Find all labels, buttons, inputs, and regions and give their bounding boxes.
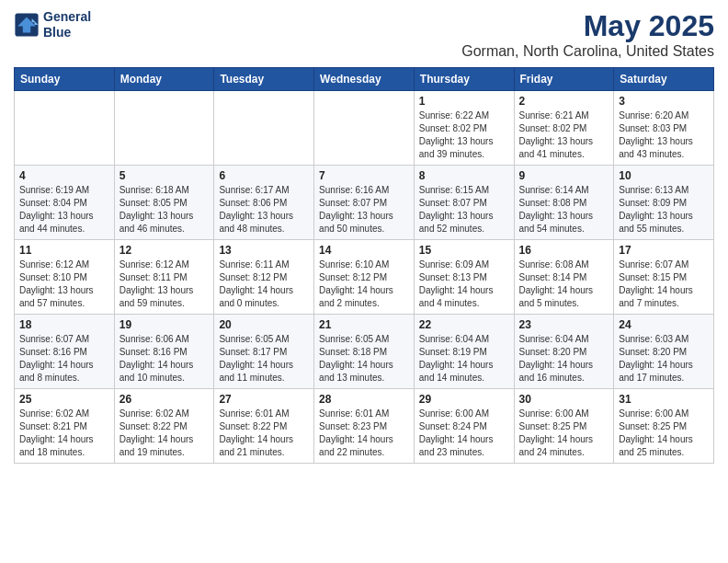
day-info: Sunrise: 6:11 AM Sunset: 8:12 PM Dayligh… [219,259,309,310]
day-info: Sunrise: 6:21 AM Sunset: 8:02 PM Dayligh… [519,109,609,161]
day-number: 17 [619,244,709,257]
day-info: Sunrise: 6:12 AM Sunset: 8:10 PM Dayligh… [19,259,109,310]
day-number: 22 [419,318,509,331]
day-number: 1 [419,95,509,108]
calendar-cell: 19Sunrise: 6:06 AM Sunset: 8:16 PM Dayli… [114,315,214,389]
title-area: May 2025 Gorman, North Carolina, United … [461,9,714,60]
calendar-cell: 15Sunrise: 6:09 AM Sunset: 8:13 PM Dayli… [414,240,514,315]
calendar-cell: 21Sunrise: 6:05 AM Sunset: 8:18 PM Dayli… [314,315,415,389]
calendar-cell: 29Sunrise: 6:00 AM Sunset: 8:24 PM Dayli… [414,389,514,464]
page-header: General Blue May 2025 Gorman, North Caro… [14,9,714,60]
day-info: Sunrise: 6:15 AM Sunset: 8:07 PM Dayligh… [419,184,509,236]
calendar-cell: 14Sunrise: 6:10 AM Sunset: 8:12 PM Dayli… [314,240,415,315]
day-info: Sunrise: 6:07 AM Sunset: 8:16 PM Dayligh… [19,333,109,385]
calendar-cell: 1Sunrise: 6:22 AM Sunset: 8:02 PM Daylig… [414,91,514,166]
weekday-header-thursday: Thursday [414,68,514,91]
day-info: Sunrise: 6:12 AM Sunset: 8:11 PM Dayligh… [119,259,210,310]
weekday-header-monday: Monday [114,68,214,91]
day-number: 3 [619,95,709,108]
day-number: 9 [519,169,609,182]
calendar-cell: 2Sunrise: 6:21 AM Sunset: 8:02 PM Daylig… [514,91,614,166]
day-number: 4 [19,169,109,182]
day-number: 14 [319,244,409,257]
calendar-week-row: 18Sunrise: 6:07 AM Sunset: 8:16 PM Dayli… [15,315,714,389]
calendar-cell: 30Sunrise: 6:00 AM Sunset: 8:25 PM Dayli… [514,389,614,464]
calendar-cell: 10Sunrise: 6:13 AM Sunset: 8:09 PM Dayli… [614,166,714,240]
day-info: Sunrise: 6:13 AM Sunset: 8:09 PM Dayligh… [619,184,709,236]
calendar-week-row: 4Sunrise: 6:19 AM Sunset: 8:04 PM Daylig… [15,166,714,240]
day-number: 7 [319,169,409,182]
day-number: 2 [519,95,609,108]
logo-icon [14,12,40,38]
calendar-cell: 9Sunrise: 6:14 AM Sunset: 8:08 PM Daylig… [514,166,614,240]
calendar-week-row: 1Sunrise: 6:22 AM Sunset: 8:02 PM Daylig… [15,91,714,166]
weekday-header-friday: Friday [514,68,614,91]
day-info: Sunrise: 6:14 AM Sunset: 8:08 PM Dayligh… [519,184,609,236]
calendar-cell: 27Sunrise: 6:01 AM Sunset: 8:22 PM Dayli… [214,389,314,464]
calendar-cell: 7Sunrise: 6:16 AM Sunset: 8:07 PM Daylig… [314,166,415,240]
logo-text: General Blue [43,9,91,40]
day-info: Sunrise: 6:00 AM Sunset: 8:25 PM Dayligh… [519,408,609,459]
calendar-table: SundayMondayTuesdayWednesdayThursdayFrid… [14,67,714,464]
day-info: Sunrise: 6:00 AM Sunset: 8:25 PM Dayligh… [619,408,709,459]
day-number: 19 [119,318,210,331]
day-info: Sunrise: 6:10 AM Sunset: 8:12 PM Dayligh… [319,259,409,310]
calendar-cell: 24Sunrise: 6:03 AM Sunset: 8:20 PM Dayli… [614,315,714,389]
weekday-header-wednesday: Wednesday [314,68,415,91]
day-number: 11 [19,244,109,257]
calendar-cell: 5Sunrise: 6:18 AM Sunset: 8:05 PM Daylig… [114,166,214,240]
calendar-cell: 16Sunrise: 6:08 AM Sunset: 8:14 PM Dayli… [514,240,614,315]
day-info: Sunrise: 6:18 AM Sunset: 8:05 PM Dayligh… [119,184,210,236]
day-info: Sunrise: 6:02 AM Sunset: 8:21 PM Dayligh… [19,408,109,459]
calendar-cell [114,91,214,166]
day-number: 23 [519,318,609,331]
weekday-header-sunday: Sunday [15,68,115,91]
day-number: 26 [119,393,210,406]
day-number: 10 [619,169,709,182]
day-number: 20 [219,318,309,331]
day-info: Sunrise: 6:22 AM Sunset: 8:02 PM Dayligh… [419,109,509,161]
calendar-cell: 25Sunrise: 6:02 AM Sunset: 8:21 PM Dayli… [15,389,115,464]
day-number: 28 [319,393,409,406]
day-info: Sunrise: 6:03 AM Sunset: 8:20 PM Dayligh… [619,333,709,385]
calendar-cell: 23Sunrise: 6:04 AM Sunset: 8:20 PM Dayli… [514,315,614,389]
day-info: Sunrise: 6:02 AM Sunset: 8:22 PM Dayligh… [119,408,210,459]
calendar-cell [314,91,415,166]
day-number: 16 [519,244,609,257]
day-info: Sunrise: 6:05 AM Sunset: 8:17 PM Dayligh… [219,333,309,385]
day-number: 21 [319,318,409,331]
calendar-cell: 31Sunrise: 6:00 AM Sunset: 8:25 PM Dayli… [614,389,714,464]
day-info: Sunrise: 6:19 AM Sunset: 8:04 PM Dayligh… [19,184,109,236]
day-number: 27 [219,393,309,406]
day-number: 31 [619,393,709,406]
day-info: Sunrise: 6:08 AM Sunset: 8:14 PM Dayligh… [519,259,609,310]
calendar-cell: 8Sunrise: 6:15 AM Sunset: 8:07 PM Daylig… [414,166,514,240]
day-number: 12 [119,244,210,257]
day-number: 25 [19,393,109,406]
calendar-cell [214,91,314,166]
day-info: Sunrise: 6:09 AM Sunset: 8:13 PM Dayligh… [419,259,509,310]
day-info: Sunrise: 6:05 AM Sunset: 8:18 PM Dayligh… [319,333,409,385]
calendar-week-row: 25Sunrise: 6:02 AM Sunset: 8:21 PM Dayli… [15,389,714,464]
day-info: Sunrise: 6:06 AM Sunset: 8:16 PM Dayligh… [119,333,210,385]
day-info: Sunrise: 6:16 AM Sunset: 8:07 PM Dayligh… [319,184,409,236]
day-info: Sunrise: 6:01 AM Sunset: 8:22 PM Dayligh… [219,408,309,459]
day-number: 18 [19,318,109,331]
month-title: May 2025 [461,9,714,43]
calendar-cell: 4Sunrise: 6:19 AM Sunset: 8:04 PM Daylig… [15,166,115,240]
weekday-header-tuesday: Tuesday [214,68,314,91]
day-number: 6 [219,169,309,182]
day-number: 5 [119,169,210,182]
day-number: 8 [419,169,509,182]
day-number: 29 [419,393,509,406]
calendar-cell: 12Sunrise: 6:12 AM Sunset: 8:11 PM Dayli… [114,240,214,315]
calendar-cell: 6Sunrise: 6:17 AM Sunset: 8:06 PM Daylig… [214,166,314,240]
day-info: Sunrise: 6:07 AM Sunset: 8:15 PM Dayligh… [619,259,709,310]
calendar-cell: 17Sunrise: 6:07 AM Sunset: 8:15 PM Dayli… [614,240,714,315]
day-info: Sunrise: 6:01 AM Sunset: 8:23 PM Dayligh… [319,408,409,459]
calendar-cell: 22Sunrise: 6:04 AM Sunset: 8:19 PM Dayli… [414,315,514,389]
calendar-cell [15,91,115,166]
calendar-cell: 28Sunrise: 6:01 AM Sunset: 8:23 PM Dayli… [314,389,415,464]
calendar-cell: 13Sunrise: 6:11 AM Sunset: 8:12 PM Dayli… [214,240,314,315]
calendar-cell: 26Sunrise: 6:02 AM Sunset: 8:22 PM Dayli… [114,389,214,464]
